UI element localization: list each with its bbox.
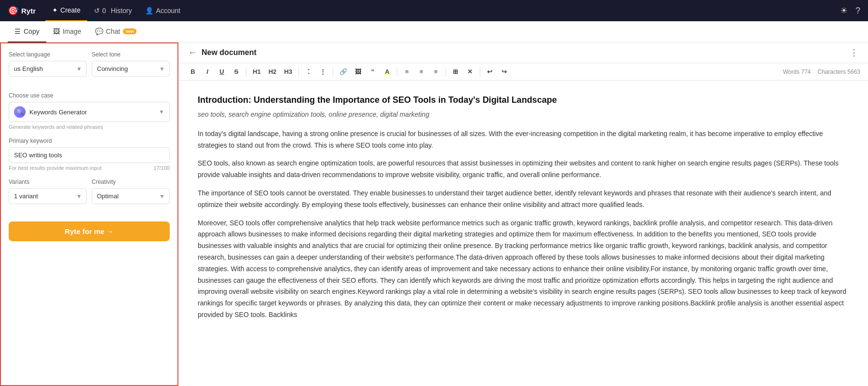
variants-select-wrapper: 1 variant 2 variants 3 variants ▼	[9, 188, 87, 204]
subnav-copy[interactable]: ☰ Copy	[8, 21, 46, 42]
history-icon: ↺	[94, 7, 100, 14]
creativity-label: Creativity	[92, 179, 170, 185]
tone-group: Select tone Convincing Casual Formal Fun…	[92, 51, 170, 77]
sub-nav: ☰ Copy 🖼 Image 💬 Chat new	[0, 21, 868, 42]
subnav-chat-label: Chat	[106, 28, 121, 35]
variants-group: Variants 1 variant 2 variants 3 variants…	[9, 179, 87, 204]
doc-content: Introduction: Understanding the Importan…	[178, 81, 868, 386]
top-nav: 🎯 Rytr ✦ Create ↺ 0 History 👤 Account ☀ …	[0, 0, 868, 21]
use-case-value: Keywords Generator	[29, 109, 155, 116]
toolbar-divider-5	[446, 67, 446, 77]
quote-button[interactable]: "	[366, 66, 380, 77]
nav-right: ☀ ?	[840, 5, 860, 16]
copy-icon: ☰	[14, 28, 21, 35]
word-count: Words 774	[783, 69, 811, 75]
toolbar-divider-4	[397, 67, 397, 77]
doc-header: ← New document ⋮	[178, 42, 868, 63]
back-button[interactable]: ←	[188, 48, 197, 58]
tone-select[interactable]: Convincing Casual Formal Funny Inspirati…	[92, 61, 170, 77]
keyword-hint-row: For best results provide maximum input 1…	[9, 165, 170, 171]
language-tone-row: Select language us English uk English Fr…	[9, 51, 170, 84]
underline-button[interactable]: U	[215, 66, 229, 77]
variants-select[interactable]: 1 variant 2 variants 3 variants	[9, 188, 87, 204]
toolbar-divider-2	[298, 67, 299, 77]
nav-account[interactable]: 👤 Account	[138, 0, 187, 21]
logo[interactable]: 🎯 Rytr	[8, 5, 36, 16]
doc-area: ← New document ⋮ B I U S H1 H2 H3 ⁚ ⋮ 🔗 …	[178, 42, 868, 386]
clear-format-button[interactable]: ✕	[463, 66, 477, 77]
subnav-image-label: Image	[63, 28, 81, 35]
account-icon: 👤	[145, 7, 153, 14]
tone-label: Select tone	[92, 51, 170, 58]
italic-button[interactable]: I	[201, 66, 214, 77]
nav-history[interactable]: ↺ 0 History	[87, 0, 138, 21]
align-left-button[interactable]: ≡	[400, 66, 414, 77]
variants-label: Variants	[9, 179, 87, 185]
ryte-button[interactable]: Ryte for me →	[9, 221, 170, 241]
chat-icon: 💬	[95, 28, 103, 35]
create-icon: ✦	[52, 6, 58, 14]
doc-menu-button[interactable]: ⋮	[850, 47, 858, 58]
paragraph-1: In today's digital landscape, having a s…	[198, 128, 849, 152]
main-layout: Select language us English uk English Fr…	[0, 42, 868, 386]
primary-keyword-label: Primary keyword	[9, 138, 170, 144]
variants-creativity-row: Variants 1 variant 2 variants 3 variants…	[9, 179, 170, 212]
sidebar: Select language us English uk English Fr…	[0, 42, 178, 386]
paragraph-4: Moreover, SEO tools offer comprehensive …	[198, 218, 849, 321]
keyword-count: 17/100	[153, 165, 170, 171]
toolbar: B I U S H1 H2 H3 ⁚ ⋮ 🔗 🖼 " A ≡ ≡ ≡ ⊞ ✕ ↩…	[178, 63, 868, 81]
toolbar-divider-6	[480, 67, 480, 77]
subnav-image[interactable]: 🖼 Image	[46, 21, 88, 42]
primary-keyword-input[interactable]	[9, 147, 170, 163]
undo-button[interactable]: ↩	[483, 66, 497, 77]
h3-button[interactable]: H3	[281, 66, 296, 77]
subnav-chat[interactable]: 💬 Chat new	[88, 21, 143, 42]
use-case-selector[interactable]: 🔍 Keywords Generator ▼	[9, 102, 170, 122]
creativity-group: Creativity Optimal High Max ▼	[92, 179, 170, 204]
image-button[interactable]: 🖼	[352, 66, 365, 77]
nav-history-text: History	[111, 7, 132, 14]
use-case-icon: 🔍	[14, 106, 26, 118]
creativity-select-wrapper: Optimal High Max ▼	[92, 188, 170, 204]
language-select-wrapper: us English uk English French German Span…	[9, 61, 87, 77]
table-button[interactable]: ⊞	[449, 66, 462, 77]
doc-title: New document	[202, 48, 845, 57]
nav-account-label: Account	[156, 7, 180, 14]
link-button[interactable]: 🔗	[336, 66, 351, 77]
tone-select-wrapper: Convincing Casual Formal Funny Inspirati…	[92, 61, 170, 77]
doc-heading: Introduction: Understanding the Importan…	[198, 95, 849, 105]
h2-button[interactable]: H2	[265, 66, 280, 77]
align-center-button[interactable]: ≡	[415, 66, 428, 77]
use-case-label: Choose use case	[9, 92, 170, 99]
bullet-list-button[interactable]: ⁚	[302, 66, 315, 77]
h1-button[interactable]: H1	[249, 66, 264, 77]
strikethrough-button[interactable]: S	[230, 66, 243, 77]
numbered-list-button[interactable]: ⋮	[316, 66, 330, 77]
language-label: Select language	[9, 51, 87, 58]
subnav-copy-label: Copy	[24, 28, 40, 35]
highlight-button[interactable]: A	[380, 66, 394, 77]
creativity-select[interactable]: Optimal High Max	[92, 188, 170, 204]
nav-history-label: 0	[102, 7, 106, 14]
chat-new-badge: new	[123, 28, 136, 34]
logo-label: Rytr	[21, 7, 36, 15]
image-icon: 🖼	[53, 28, 60, 35]
logo-icon: 🎯	[8, 5, 18, 16]
use-case-hint: Generate keywords and related phrases	[9, 124, 170, 130]
use-case-chevron-icon: ▼	[159, 109, 164, 115]
char-count: Characters 5663	[817, 69, 860, 75]
keyword-hint: For best results provide maximum input	[9, 165, 102, 171]
language-select[interactable]: us English uk English French German Span…	[9, 61, 87, 77]
language-group: Select language us English uk English Fr…	[9, 51, 87, 77]
theme-icon[interactable]: ☀	[840, 5, 848, 16]
toolbar-divider-3	[333, 67, 333, 77]
primary-keyword-group: Primary keyword For best results provide…	[9, 138, 170, 171]
bold-button[interactable]: B	[186, 66, 200, 77]
align-right-button[interactable]: ≡	[429, 66, 443, 77]
help-icon[interactable]: ?	[855, 6, 860, 16]
nav-create[interactable]: ✦ Create	[45, 0, 87, 21]
ryte-button-label: Ryte for me →	[65, 227, 114, 235]
redo-button[interactable]: ↪	[498, 66, 511, 77]
doc-subtitle: seo tools, search engine optimization to…	[198, 109, 849, 121]
use-case-group: Choose use case 🔍 Keywords Generator ▼ G…	[9, 92, 170, 130]
